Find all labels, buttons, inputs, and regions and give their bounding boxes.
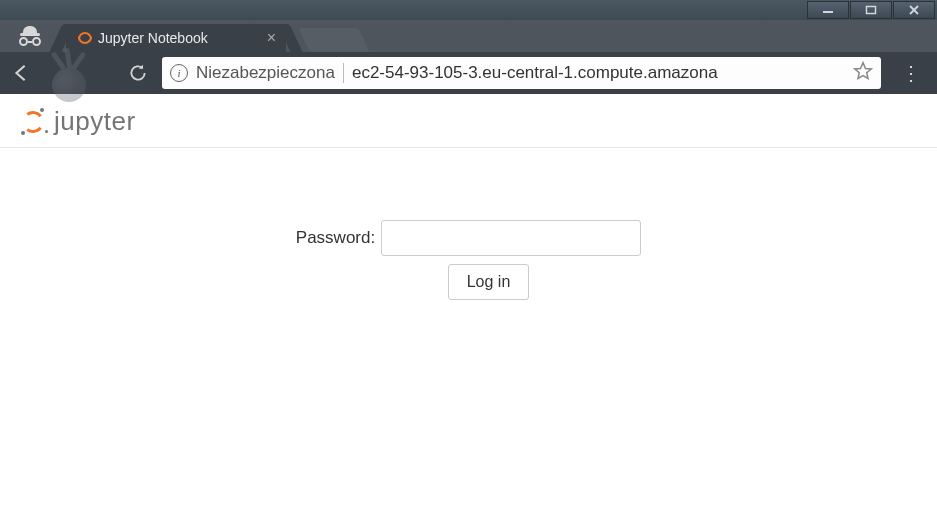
password-label: Password: <box>296 228 375 248</box>
jupyter-logo-text: jupyter <box>54 106 136 137</box>
window-controls <box>806 1 935 19</box>
svg-rect-1 <box>867 7 876 14</box>
maximize-button[interactable] <box>850 1 892 19</box>
login-form: Password: Log in <box>0 220 937 300</box>
jupyter-logo[interactable]: jupyter <box>18 106 919 137</box>
back-button[interactable] <box>10 62 32 84</box>
window-titlebar <box>0 0 937 20</box>
new-tab-button[interactable] <box>298 28 369 52</box>
minimize-button[interactable] <box>807 1 849 19</box>
url-text: ec2-54-93-105-3.eu-central-1.compute.ama… <box>352 63 845 83</box>
nav-bar: i Niezabezpieczona ec2-54-93-105-3.eu-ce… <box>0 52 937 94</box>
svg-rect-0 <box>823 11 833 13</box>
tab-bar: Jupyter Notebook × <box>0 20 937 52</box>
jupyter-favicon-icon <box>76 31 90 45</box>
page-content: jupyter Password: Log in <box>0 94 937 506</box>
overflow-menu-icon[interactable]: ⋮ <box>895 61 927 85</box>
address-divider <box>343 63 344 83</box>
bookmark-star-icon[interactable] <box>853 61 873 86</box>
reload-button[interactable] <box>128 63 148 83</box>
address-bar[interactable]: i Niezabezpieczona ec2-54-93-105-3.eu-ce… <box>162 57 881 89</box>
login-button[interactable]: Log in <box>448 264 530 300</box>
tab-close-icon[interactable]: × <box>267 29 276 47</box>
jupyter-header: jupyter <box>0 94 937 148</box>
jupyter-logo-icon <box>18 107 48 137</box>
password-input[interactable] <box>381 220 641 256</box>
security-status: Niezabezpieczona <box>196 63 335 83</box>
tab-title: Jupyter Notebook <box>98 30 208 46</box>
site-info-icon[interactable]: i <box>170 64 188 82</box>
tor-onion-icon <box>38 46 102 106</box>
close-button[interactable] <box>893 1 935 19</box>
